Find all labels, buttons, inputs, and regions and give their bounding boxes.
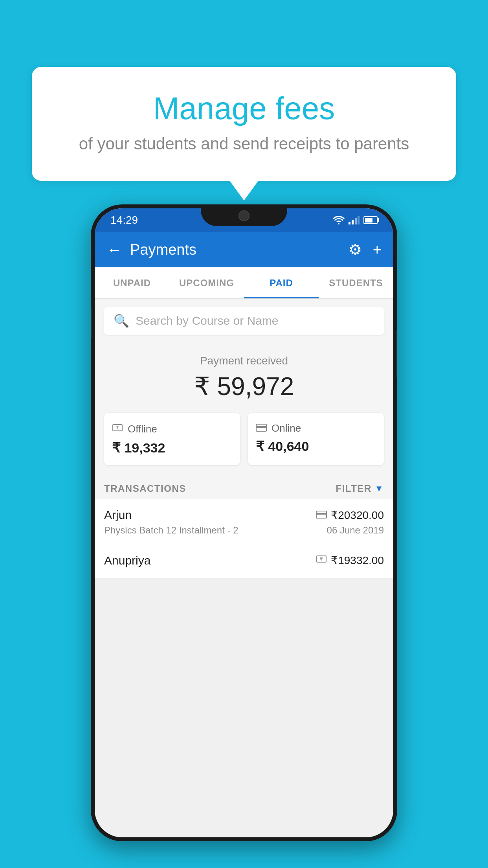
transaction-row-bottom: Physics Batch 12 Installment - 2 06 June… — [104, 525, 384, 536]
svg-rect-1 — [352, 220, 354, 224]
payment-amount: ₹ 59,972 — [104, 372, 384, 401]
offline-card: ₹ Offline ₹ 19,332 — [104, 413, 240, 465]
bubble-subtitle: of your students and send receipts to pa… — [63, 134, 425, 153]
card-payment-icon — [316, 509, 327, 521]
online-amount: ₹ 40,640 — [256, 438, 376, 454]
tabs: UNPAID UPCOMING PAID STUDENTS — [95, 267, 393, 299]
transaction-row-top: Arjun ₹20320.00 — [104, 508, 384, 522]
transaction-name: Arjun — [104, 508, 132, 522]
phone-notch — [201, 204, 287, 226]
tab-unpaid[interactable]: UNPAID — [95, 267, 169, 298]
svg-rect-2 — [355, 218, 357, 224]
tab-students[interactable]: STUDENTS — [319, 267, 393, 298]
transaction-amount-wrap: ₹20320.00 — [316, 509, 384, 522]
transaction-amount-wrap: ₹ ₹19332.00 — [316, 554, 384, 567]
search-bar[interactable]: 🔍 Search by Course or Name — [104, 307, 384, 335]
table-row[interactable]: Arjun ₹20320.00 Physics Batch 12 Install… — [95, 499, 393, 544]
transaction-name: Anupriya — [104, 554, 150, 567]
page-title: Payments — [130, 241, 196, 258]
transaction-list: Arjun ₹20320.00 Physics Batch 12 Install… — [95, 499, 393, 579]
wifi-icon — [333, 216, 345, 224]
tab-paid[interactable]: PAID — [244, 267, 319, 298]
bubble-title: Manage fees — [63, 90, 425, 127]
transactions-label: TRANSACTIONS — [104, 483, 186, 494]
online-icon — [256, 422, 267, 434]
offline-label: Offline — [128, 423, 157, 435]
tab-upcoming[interactable]: UPCOMING — [169, 267, 244, 298]
phone-camera — [238, 210, 250, 221]
offline-card-top: ₹ Offline — [112, 422, 232, 436]
side-button-right — [396, 330, 397, 377]
transaction-row-top: Anupriya ₹ ₹19332.00 — [104, 554, 384, 567]
battery-icon — [363, 216, 378, 224]
payment-received-label: Payment received — [104, 355, 384, 367]
cash-payment-icon: ₹ — [316, 554, 327, 567]
phone-frame: 14:29 — [91, 204, 397, 841]
online-label: Online — [272, 422, 301, 434]
status-time: 14:29 — [110, 214, 138, 226]
svg-text:₹: ₹ — [116, 425, 119, 431]
transaction-amount: ₹19332.00 — [331, 554, 384, 567]
offline-amount: ₹ 19,332 — [112, 440, 232, 456]
transaction-detail: Physics Batch 12 Installment - 2 — [104, 525, 238, 536]
svg-rect-3 — [358, 216, 360, 224]
filter-icon: ▼ — [375, 484, 384, 494]
transactions-header: TRANSACTIONS FILTER ▼ — [95, 477, 393, 499]
online-card: Online ₹ 40,640 — [248, 413, 384, 465]
transaction-amount: ₹20320.00 — [331, 509, 384, 522]
signal-icon — [349, 216, 360, 224]
speech-bubble: Manage fees of your students and send re… — [32, 67, 456, 181]
search-container: 🔍 Search by Course or Name — [95, 299, 393, 343]
search-icon: 🔍 — [114, 313, 129, 328]
header-right: ⚙ + — [349, 241, 382, 258]
online-card-top: Online — [256, 422, 376, 434]
offline-icon: ₹ — [112, 422, 123, 436]
search-input[interactable]: Search by Course or Name — [136, 314, 279, 327]
svg-text:₹: ₹ — [320, 557, 323, 562]
transaction-date: 06 June 2019 — [327, 525, 384, 536]
settings-icon[interactable]: ⚙ — [349, 241, 362, 258]
payment-cards: ₹ Offline ₹ 19,332 Online — [95, 413, 393, 477]
header-left: ← Payments — [106, 241, 196, 259]
table-row[interactable]: Anupriya ₹ ₹19332.00 — [95, 544, 393, 579]
filter-button[interactable]: FILTER ▼ — [336, 483, 384, 494]
payment-summary: Payment received ₹ 59,972 — [95, 343, 393, 413]
side-button-left — [91, 307, 92, 338]
add-icon[interactable]: + — [373, 241, 382, 258]
phone-screen: 14:29 — [95, 208, 393, 837]
svg-rect-7 — [256, 426, 266, 428]
svg-rect-9 — [316, 513, 327, 515]
back-button[interactable]: ← — [106, 241, 122, 259]
svg-rect-0 — [349, 222, 350, 224]
app-header: ← Payments ⚙ + — [95, 232, 393, 267]
status-icons — [333, 216, 378, 224]
